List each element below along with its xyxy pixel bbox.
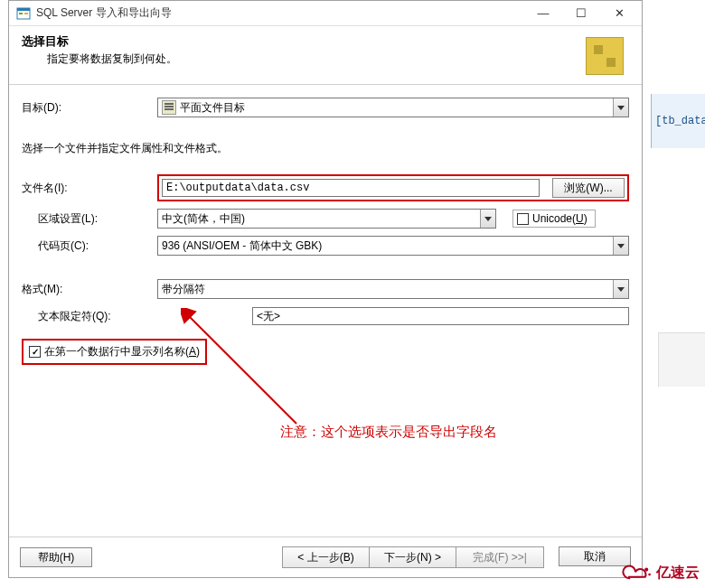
watermark-text: 亿速云 [656, 564, 700, 583]
browse-button[interactable]: 浏览(W)... [552, 178, 625, 198]
cancel-button[interactable]: 取消 [559, 546, 631, 566]
window-title: SQL Server 导入和导出向导 [36, 5, 524, 21]
chevron-down-icon [613, 280, 628, 298]
unicode-label: Unicode(U) [532, 212, 588, 225]
checkbox-icon [517, 213, 529, 225]
wizard-icon [586, 37, 624, 75]
page-subtitle: 指定要将数据复制到何处。 [22, 51, 586, 67]
format-combo[interactable]: 带分隔符 [157, 279, 629, 299]
nav-button-group: < 上一步(B) 下一步(N) > 完成(F) >>| [282, 546, 544, 568]
codepage-label: 代码页(C): [22, 238, 157, 254]
svg-rect-1 [17, 8, 30, 11]
annotation-text: 注意：这个选项表示是否导出字段名 [280, 424, 497, 441]
watermark: 亿速云 [622, 563, 700, 583]
svg-rect-2 [19, 13, 23, 14]
back-button[interactable]: < 上一步(B) [283, 547, 370, 567]
first-row-label: 在第一个数据行中显示列名称(A) [44, 344, 200, 359]
side-code-fragment: [tb_data [651, 94, 705, 148]
svg-point-6 [648, 574, 651, 576]
side-panel-fragment [658, 332, 705, 387]
destination-value: 平面文件目标 [180, 100, 245, 116]
text-qualifier-label: 文本限定符(Q): [22, 309, 157, 324]
codepage-combo[interactable]: 936 (ANSI/OEM - 简体中文 GBK) [157, 236, 629, 256]
finish-button[interactable]: 完成(F) >>| [456, 547, 543, 567]
codepage-value: 936 (ANSI/OEM - 简体中文 GBK) [162, 238, 322, 254]
destination-label: 目标(D): [22, 100, 157, 116]
filename-label: 文件名(I): [22, 181, 157, 196]
svg-rect-3 [24, 13, 28, 14]
unicode-checkbox[interactable]: Unicode(U) [512, 210, 596, 228]
help-button[interactable]: 帮助(H) [20, 547, 92, 567]
destination-combo[interactable]: 平面文件目标 [157, 98, 629, 117]
first-row-checkbox[interactable] [29, 346, 41, 358]
locale-value: 中文(简体，中国) [162, 211, 245, 227]
window-controls: — ☐ ✕ [524, 2, 638, 25]
app-icon [16, 6, 31, 21]
svg-point-5 [644, 568, 648, 572]
wizard-header: 选择目标 指定要将数据复制到何处。 [9, 26, 642, 85]
wizard-footer: 帮助(H) < 上一步(B) 下一步(N) > 完成(F) >>| 取消 [9, 537, 642, 577]
annotation-arrow [181, 308, 325, 434]
flatfile-icon [162, 100, 176, 115]
titlebar: SQL Server 导入和导出向导 — ☐ ✕ [9, 1, 642, 26]
watermark-icon [622, 563, 653, 583]
chevron-down-icon [613, 237, 628, 255]
svg-line-4 [188, 315, 296, 424]
filename-highlight-box: E:\outputdata\data.csv 浏览(W)... [157, 174, 629, 201]
next-button[interactable]: 下一步(N) > [370, 547, 456, 567]
first-row-highlight-box: 在第一个数据行中显示列名称(A) [22, 339, 207, 365]
page-title: 选择目标 [22, 33, 586, 50]
locale-combo[interactable]: 中文(简体，中国) [157, 209, 496, 229]
hint-text: 选择一个文件并指定文件属性和文件格式。 [22, 141, 629, 156]
close-button[interactable]: ✕ [600, 2, 638, 25]
wizard-window: SQL Server 导入和导出向导 — ☐ ✕ 选择目标 指定要将数据复制到何… [8, 0, 643, 578]
content-area: 目标(D): 平面文件目标 选择一个文件并指定文件属性和文件格式。 文件名(I)… [9, 85, 642, 537]
format-label: 格式(M): [22, 282, 157, 297]
minimize-button[interactable]: — [524, 2, 562, 25]
format-value: 带分隔符 [162, 282, 205, 297]
text-qualifier-input[interactable]: <无> [252, 307, 629, 325]
locale-label: 区域设置(L): [22, 211, 157, 227]
chevron-down-icon [480, 210, 495, 228]
maximize-button[interactable]: ☐ [562, 2, 600, 25]
filename-input[interactable]: E:\outputdata\data.csv [162, 179, 540, 197]
chevron-down-icon [613, 98, 628, 117]
